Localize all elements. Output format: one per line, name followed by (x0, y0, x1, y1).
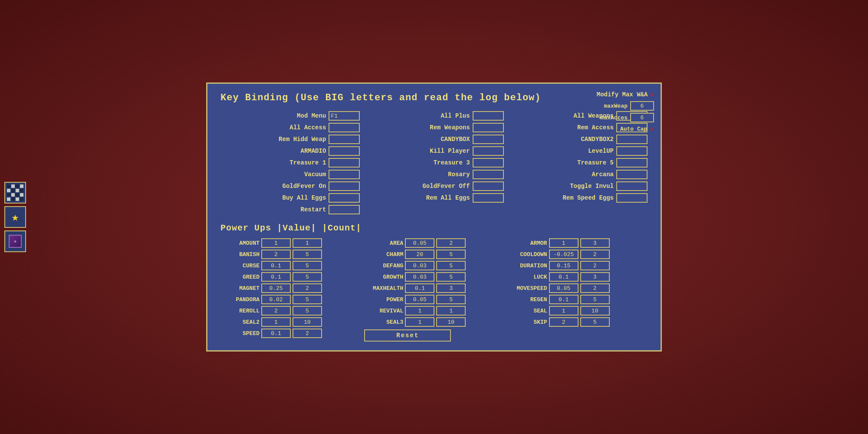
kb-input[interactable] (616, 193, 648, 203)
kb-input[interactable] (329, 111, 360, 121)
sidebar-icon-star[interactable]: ★ (4, 206, 26, 228)
pu-count-input[interactable] (293, 295, 322, 304)
pu-row: GREED (220, 272, 360, 282)
kb-input[interactable] (616, 158, 648, 168)
pu-value-input[interactable] (261, 261, 291, 270)
kb-label: CANDYBOX (418, 136, 470, 143)
pu-count-input[interactable] (580, 238, 610, 248)
kb-input[interactable] (329, 123, 360, 132)
pu-count-input[interactable] (293, 306, 322, 316)
powerups-section: Power Ups |Value| |Count| AMOUNTBANISHCU… (220, 223, 648, 342)
kb-input[interactable] (473, 158, 504, 168)
pu-value-input[interactable] (261, 306, 291, 316)
pu-value-input[interactable] (405, 272, 434, 282)
pu-count-input[interactable] (436, 306, 466, 316)
kb-row: Rem Speed Eggs (508, 193, 648, 203)
pu-value-input[interactable] (549, 272, 579, 282)
reset-button[interactable]: Reset (364, 329, 451, 342)
grid-icon (7, 184, 23, 201)
pu-label: MAXHEALTH (364, 285, 403, 292)
pu-count-input[interactable] (580, 283, 610, 293)
pu-count-input[interactable] (580, 261, 610, 270)
pu-row: BANISH (220, 250, 360, 259)
kb-input[interactable] (616, 146, 648, 156)
pu-count-input[interactable] (580, 317, 610, 327)
kb-input[interactable] (329, 158, 360, 168)
kb-input[interactable] (329, 181, 360, 191)
pu-value-input[interactable] (549, 283, 579, 293)
pu-value-input[interactable] (405, 317, 434, 327)
kb-input[interactable] (616, 181, 648, 191)
kb-input[interactable] (473, 123, 504, 132)
pu-count-input[interactable] (436, 295, 466, 304)
pu-value-input[interactable] (405, 261, 434, 270)
pu-row: Reset (364, 329, 503, 342)
kb-input[interactable] (473, 193, 504, 203)
kb-row: Treasure 5 (508, 158, 648, 168)
kb-input[interactable] (616, 135, 648, 144)
modify-close-icon[interactable]: ✕ (650, 90, 654, 99)
kb-input[interactable] (473, 135, 504, 144)
pu-value-input[interactable] (261, 250, 291, 259)
sidebar-icon-grid[interactable] (4, 182, 26, 204)
pu-count-input[interactable] (293, 283, 322, 293)
pu-value-input[interactable] (405, 283, 434, 293)
kb-label: All Access (274, 124, 326, 131)
pu-value-input[interactable] (261, 283, 291, 293)
pu-count-input[interactable] (293, 261, 322, 270)
kb-input[interactable] (473, 146, 504, 156)
pu-count-input[interactable] (293, 317, 322, 327)
pu-value-input[interactable] (405, 295, 434, 304)
pu-value-input[interactable] (549, 317, 579, 327)
pu-value-input[interactable] (405, 238, 434, 248)
pu-value-input[interactable] (261, 317, 291, 327)
pu-value-input[interactable] (261, 272, 291, 282)
pu-count-input[interactable] (580, 272, 610, 282)
sidebar-icon-purple[interactable]: ◈ (4, 230, 26, 252)
pu-value-input[interactable] (405, 306, 434, 316)
kb-input[interactable] (616, 170, 648, 179)
kb-input[interactable] (473, 111, 504, 121)
kb-input[interactable] (329, 205, 360, 214)
pu-value-input[interactable] (261, 329, 291, 338)
pu-value-input[interactable] (549, 306, 579, 316)
pu-row: CURSE (220, 261, 360, 270)
pu-count-input[interactable] (293, 250, 322, 259)
autocap-close-icon[interactable]: ✕ (650, 125, 654, 133)
pu-value-input[interactable] (261, 238, 291, 248)
kb-row: GoldFever Off (364, 181, 503, 191)
pu-label: POWER (364, 296, 403, 303)
pu-count-input[interactable] (436, 283, 466, 293)
pu-value-input[interactable] (549, 261, 579, 270)
kb-input[interactable] (329, 193, 360, 203)
pu-value-input[interactable] (549, 295, 579, 304)
kb-input[interactable] (329, 170, 360, 179)
pu-count-input[interactable] (580, 250, 610, 259)
kb-label: Arcana (562, 171, 614, 178)
pu-row: PANDORA (220, 295, 360, 304)
pu-count-input[interactable] (436, 317, 466, 327)
maxweap-input[interactable] (630, 101, 654, 111)
pu-count-input[interactable] (293, 272, 322, 282)
maxacces-input[interactable] (630, 113, 654, 122)
pu-value-input[interactable] (549, 250, 579, 259)
pu-count-input[interactable] (436, 261, 466, 270)
pu-count-input[interactable] (436, 238, 466, 248)
pu-count-input[interactable] (580, 295, 610, 304)
pu-count-input[interactable] (293, 238, 322, 248)
pu-value-input[interactable] (549, 238, 579, 248)
pu-value-input[interactable] (261, 295, 291, 304)
pu-count-input[interactable] (436, 272, 466, 282)
kb-row: GoldFever On (220, 181, 360, 191)
pu-count-input[interactable] (580, 306, 610, 316)
pu-count-input[interactable] (293, 329, 322, 338)
pu-value-input[interactable] (405, 250, 434, 259)
kb-input[interactable] (473, 181, 504, 191)
pu-count-input[interactable] (436, 250, 466, 259)
kb-input[interactable] (329, 146, 360, 156)
kb-row: CANDYBOX (364, 135, 503, 144)
kb-label: Treasure 5 (562, 159, 614, 166)
kb-input[interactable] (473, 170, 504, 179)
kb-input[interactable] (329, 135, 360, 144)
kb-label: Buy All Eggs (274, 194, 326, 201)
